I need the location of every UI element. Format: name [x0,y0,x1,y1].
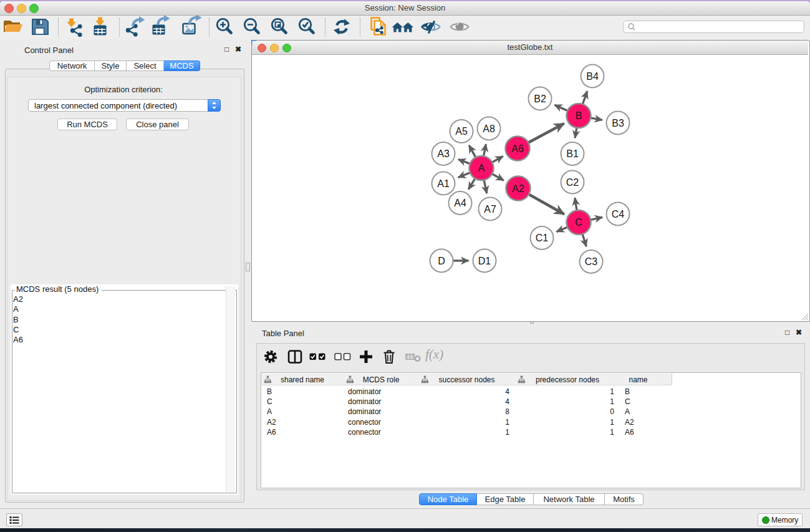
svg-text:A4: A4 [454,198,466,208]
svg-text:C4: C4 [612,209,625,220]
svg-text:A3: A3 [437,148,450,159]
svg-text:B3: B3 [612,118,624,128]
svg-text:B4: B4 [586,71,599,82]
svg-text:A: A [478,163,485,173]
svg-text:D: D [438,256,445,266]
svg-text:A1: A1 [437,178,450,189]
svg-text:C3: C3 [585,256,598,267]
svg-text:D1: D1 [478,256,491,266]
svg-text:B: B [576,110,582,121]
svg-text:A8: A8 [483,123,495,134]
svg-text:B2: B2 [534,94,546,104]
svg-text:C2: C2 [566,177,579,188]
svg-text:A2: A2 [512,183,524,194]
svg-text:A6: A6 [511,143,524,154]
svg-text:A7: A7 [484,204,496,215]
svg-text:A5: A5 [455,126,468,137]
svg-text:C: C [575,217,582,228]
svg-text:C1: C1 [536,233,549,243]
svg-text:B1: B1 [566,148,579,159]
